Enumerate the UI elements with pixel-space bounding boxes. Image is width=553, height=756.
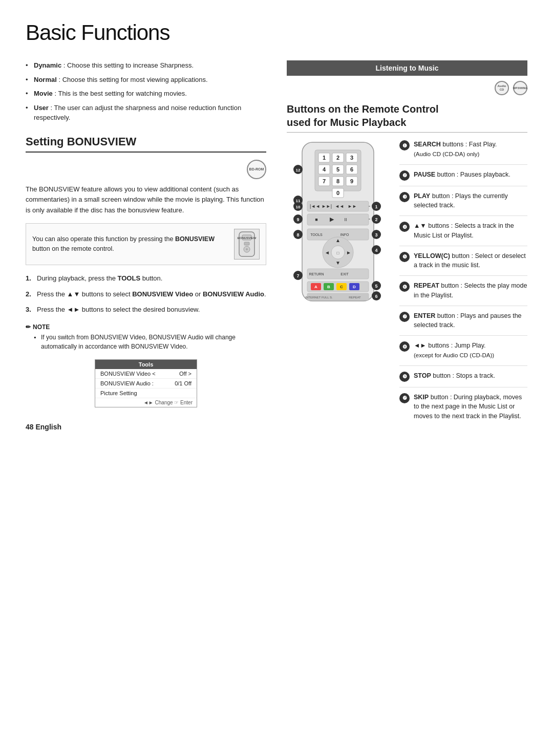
btn-badge-7: ❼	[399, 312, 410, 322]
svg-text:INFO: INFO	[341, 233, 349, 236]
svg-text:2: 2	[336, 155, 339, 161]
remote-svg-wrapper: 1 2 3 4 5 6	[287, 140, 389, 431]
svg-text:7: 7	[296, 273, 299, 278]
svg-text:►►|: ►►|	[322, 204, 332, 209]
tools-dialog-header: Tools	[95, 360, 197, 369]
btn-desc-text-2: PAUSE button : Pauses playback.	[414, 170, 511, 180]
svg-text:□: □	[337, 251, 339, 255]
box-text1: You can also operate this function by pr…	[32, 235, 175, 243]
desc-dynamic: : Choose this setting to increase Sharpn…	[63, 61, 194, 69]
audio-cd-label: Audio CD	[496, 84, 508, 91]
svg-text:4: 4	[375, 248, 377, 253]
btn-desc-item-4: ❹ ▲▼ buttons : Selects a track in the Mu…	[399, 221, 527, 246]
step-1: 1. During playback, press the TOOLS butt…	[26, 273, 266, 284]
box-text2: button on the remote control.	[32, 245, 114, 252]
mp3-wma-label: MP3/WMA	[513, 87, 528, 90]
buttons-section-heading: Buttons on the Remote Control used for M…	[287, 102, 527, 129]
tools-row-2-label: BONUSVIEW Audio :	[100, 380, 154, 386]
remote-control-svg: 1 2 3 4 5 6	[287, 140, 389, 314]
bd-rom-label: BD-ROM	[249, 167, 264, 171]
tools-row-2-value: 0/1 Off	[175, 380, 192, 386]
picture-settings-list: Dynamic : Choose this setting to increas…	[26, 60, 266, 123]
tools-row-3-label: Picture Setting	[100, 390, 137, 396]
desc-user: : The user can adjust the sharpness and …	[34, 104, 241, 122]
step-3-num: 3.	[26, 305, 31, 315]
svg-text:▶: ▶	[330, 216, 334, 222]
btn-badge-5: ❺	[399, 252, 410, 262]
svg-text:5: 5	[336, 166, 339, 172]
svg-text:B: B	[327, 285, 330, 289]
disc-icons-row: Audio CD MP3/WMA	[287, 81, 527, 95]
page-number: 48 English	[26, 423, 266, 431]
btn-desc-text-4: ▲▼ buttons : Selects a track in the Musi…	[414, 221, 527, 241]
svg-text:INTERNET FULL S.: INTERNET FULL S.	[305, 296, 333, 299]
page-title: Basic Functions	[26, 20, 527, 45]
tools-dialog-row-3: Picture Setting	[95, 388, 197, 398]
bd-rom-badge: BD-ROM	[247, 160, 266, 179]
tools-dialog-row-2: BONUSVIEW Audio : 0/1 Off	[95, 379, 197, 388]
heading-line2: used for Music Playback	[287, 117, 406, 128]
btn-desc-item-8: ❽ ◄► buttons : Jump Play.(except for Aud…	[399, 341, 527, 366]
step-2-text: Press the ▲▼ buttons to select BONUSVIEW…	[37, 290, 266, 298]
bonusview-section-title: Setting BONUSVIEW	[26, 135, 266, 153]
bonusview-body-text: The BONUSVIEW feature allows you to view…	[26, 184, 266, 216]
btn-badge-4: ❹	[399, 222, 410, 232]
svg-text:RETURN: RETURN	[309, 272, 324, 276]
btn-desc-item-6: ❻ REPEAT button : Selects the play mode …	[399, 281, 527, 306]
note-section: NOTE If you switch from BONUSVIEW Video,…	[26, 323, 266, 351]
btn-badge-9: ❾	[399, 372, 410, 382]
svg-text:8: 8	[336, 178, 339, 184]
note-item: If you switch from BONUSVIEW Video, BONU…	[34, 333, 266, 351]
term-movie: Movie	[34, 90, 53, 97]
btn-desc-text-7: ENTER button : Plays and pauses the sele…	[414, 311, 527, 331]
svg-text:TOOLS: TOOLS	[310, 233, 323, 236]
listening-to-music-header: Listening to Music	[287, 60, 527, 76]
bonusview-box-text: You can also operate this function by pr…	[32, 234, 228, 254]
desc-movie: : This is the best setting for watching …	[54, 90, 186, 97]
term-user: User	[34, 104, 49, 112]
btn-desc-item-3: ❸ PLAY button : Plays the currently sele…	[399, 191, 527, 217]
btn-badge-3: ❸	[399, 192, 410, 202]
audio-cd-icon: Audio CD	[495, 81, 509, 95]
svg-text:C: C	[340, 285, 343, 289]
svg-text:6: 6	[375, 294, 377, 299]
mp3-wma-disc: MP3/WMA	[513, 81, 527, 95]
term-dynamic: Dynamic	[34, 61, 61, 69]
desc-normal: : Choose this setting for most viewing a…	[58, 76, 207, 83]
term-normal: Normal	[34, 76, 57, 83]
svg-text:2: 2	[375, 217, 377, 222]
note-content: If you switch from BONUSVIEW Video, BONU…	[26, 333, 266, 351]
step-2: 2. Press the ▲▼ buttons to select BONUSV…	[26, 289, 266, 300]
svg-text:▼: ▼	[335, 260, 341, 266]
svg-text:3: 3	[350, 155, 353, 161]
tools-row-1-label: BONUSVIEW Video <	[100, 371, 156, 377]
btn-desc-text-6: REPEAT button : Selects the play mode in…	[414, 281, 527, 300]
svg-text:◄◄: ◄◄	[335, 204, 344, 209]
svg-text:9: 9	[350, 178, 353, 184]
btn-desc-item-7: ❼ ENTER button : Plays and pauses the se…	[399, 311, 527, 336]
bonusview-info-box: You can also operate this function by pr…	[26, 223, 266, 265]
box-bold: BONUSVIEW	[175, 235, 215, 243]
svg-text:0: 0	[336, 190, 339, 196]
note-title: NOTE	[26, 323, 266, 331]
step-2-num: 2.	[26, 289, 31, 300]
step-1-text: During playback, press the TOOLS button.	[37, 274, 162, 282]
tools-dialog: Tools BONUSVIEW Video < Off > BONUSVIEW …	[95, 359, 197, 407]
list-item: Dynamic : Choose this setting to increas…	[26, 60, 266, 71]
svg-text:4: 4	[323, 166, 326, 172]
svg-text:II: II	[344, 217, 347, 222]
btn-badge-6: ❻	[399, 282, 410, 292]
right-column: Listening to Music Audio CD MP3/WMA Butt…	[287, 60, 527, 440]
svg-text:►: ►	[346, 250, 351, 255]
bonusview-remote-image: BONUSVIEW	[234, 229, 260, 260]
svg-text:▲: ▲	[335, 237, 341, 243]
svg-text:|◄◄: |◄◄	[310, 204, 320, 209]
svg-text:12: 12	[296, 168, 301, 172]
svg-text:6: 6	[350, 166, 353, 172]
heading-line1: Buttons on the Remote Control	[287, 103, 439, 115]
button-descriptions-list: ❶ SEARCH buttons : Fast Play.(Audio CD (…	[399, 140, 527, 431]
svg-text:1: 1	[375, 204, 377, 209]
tools-dialog-row-1: BONUSVIEW Video < Off >	[95, 369, 197, 379]
btn-desc-text-3: PLAY button : Plays the currently select…	[414, 191, 527, 211]
btn-badge-10: ❿	[399, 393, 410, 403]
